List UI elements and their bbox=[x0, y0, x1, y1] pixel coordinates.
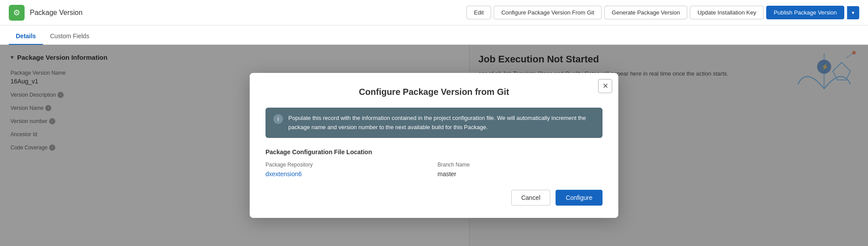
modal-overlay: ✕ Configure Package Version from Git i P… bbox=[0, 45, 868, 246]
modal-title: Configure Package Version from Git bbox=[265, 87, 603, 97]
info-banner-icon: i bbox=[273, 114, 283, 124]
form-section-title: Package Configuration File Location bbox=[265, 148, 603, 156]
branch-label: Branch Name bbox=[438, 162, 603, 168]
repository-label: Package Repository bbox=[265, 162, 430, 168]
update-key-button[interactable]: Update Installation Key bbox=[690, 6, 764, 19]
info-banner: i Populate this record with the informat… bbox=[265, 108, 603, 138]
tab-custom-fields[interactable]: Custom Fields bbox=[43, 28, 96, 45]
app-header: ⚙ Package Version Edit Configure Package… bbox=[0, 0, 868, 25]
modal-footer: Cancel Configure bbox=[265, 190, 603, 206]
tabs-bar: Details Custom Fields bbox=[0, 25, 868, 45]
info-banner-text: Populate this record with the informatio… bbox=[288, 114, 595, 132]
repository-field: Package Repository dxextension6 bbox=[265, 162, 430, 177]
configure-button[interactable]: Configure bbox=[556, 190, 603, 206]
form-grid: Package Repository dxextension6 Branch N… bbox=[265, 162, 603, 177]
page-title: Package Version bbox=[30, 9, 82, 17]
edit-button[interactable]: Edit bbox=[466, 6, 491, 19]
cancel-button[interactable]: Cancel bbox=[511, 190, 551, 206]
header-actions: Edit Configure Package Version From Git … bbox=[466, 6, 859, 19]
main-content: ▾ Package Version Information Package Ve… bbox=[0, 45, 868, 246]
configure-from-git-button[interactable]: Configure Package Version From Git bbox=[494, 6, 602, 19]
publish-button[interactable]: Publish Package Version bbox=[766, 6, 844, 19]
generate-button[interactable]: Generate Package Version bbox=[604, 6, 687, 19]
publish-dropdown-button[interactable]: ▾ bbox=[847, 6, 859, 19]
modal-close-button[interactable]: ✕ bbox=[598, 79, 612, 93]
branch-field: Branch Name master bbox=[438, 162, 603, 177]
configure-git-modal: ✕ Configure Package Version from Git i P… bbox=[250, 73, 618, 218]
repository-value[interactable]: dxextension6 bbox=[265, 170, 430, 177]
header-left: ⚙ Package Version bbox=[9, 5, 82, 21]
app-icon: ⚙ bbox=[9, 5, 25, 21]
tab-details[interactable]: Details bbox=[9, 28, 43, 45]
branch-value: master bbox=[438, 170, 603, 177]
